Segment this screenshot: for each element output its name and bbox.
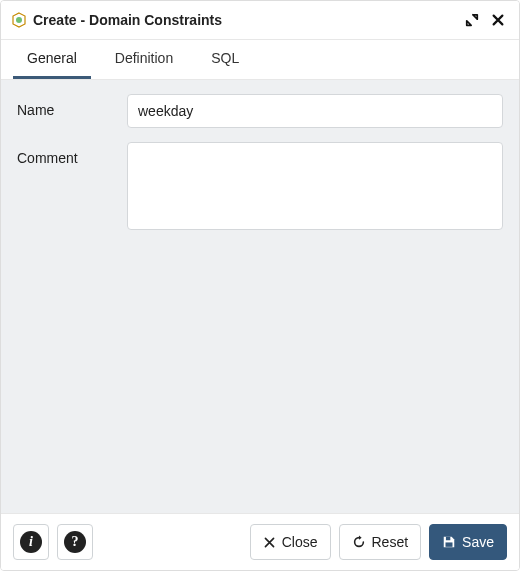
help-button[interactable]: ? — [57, 524, 93, 560]
help-icon: ? — [64, 531, 86, 553]
close-button[interactable]: Close — [250, 524, 331, 560]
tab-general[interactable]: General — [13, 40, 91, 79]
save-button[interactable]: Save — [429, 524, 507, 560]
domain-constraint-icon — [11, 12, 27, 28]
save-button-label: Save — [462, 534, 494, 550]
close-window-button[interactable] — [487, 9, 509, 31]
tabs: General Definition SQL — [1, 40, 519, 80]
tab-label: SQL — [211, 50, 239, 66]
tab-label: Definition — [115, 50, 173, 66]
save-icon — [442, 535, 456, 549]
titlebar: Create - Domain Constraints — [1, 1, 519, 40]
info-icon: i — [20, 531, 42, 553]
comment-label: Comment — [17, 142, 127, 166]
reset-icon — [352, 535, 366, 549]
form-row-comment: Comment — [17, 142, 503, 233]
tab-label: General — [27, 50, 77, 66]
window-title: Create - Domain Constraints — [33, 12, 222, 28]
close-icon — [263, 536, 276, 549]
dialog-body: Name Comment — [1, 80, 519, 513]
form-row-name: Name — [17, 94, 503, 128]
footer: i ? Close Reset — [1, 513, 519, 570]
close-button-label: Close — [282, 534, 318, 550]
svg-point-1 — [16, 17, 22, 23]
name-label: Name — [17, 94, 127, 118]
info-button[interactable]: i — [13, 524, 49, 560]
reset-button[interactable]: Reset — [339, 524, 422, 560]
reset-button-label: Reset — [372, 534, 409, 550]
svg-rect-2 — [446, 537, 450, 541]
dialog: Create - Domain Constraints General Defi… — [0, 0, 520, 571]
svg-rect-3 — [446, 542, 453, 546]
maximize-button[interactable] — [461, 9, 483, 31]
comment-input[interactable] — [127, 142, 503, 230]
name-input[interactable] — [127, 94, 503, 128]
tab-sql[interactable]: SQL — [197, 40, 253, 79]
tab-definition[interactable]: Definition — [101, 40, 187, 79]
